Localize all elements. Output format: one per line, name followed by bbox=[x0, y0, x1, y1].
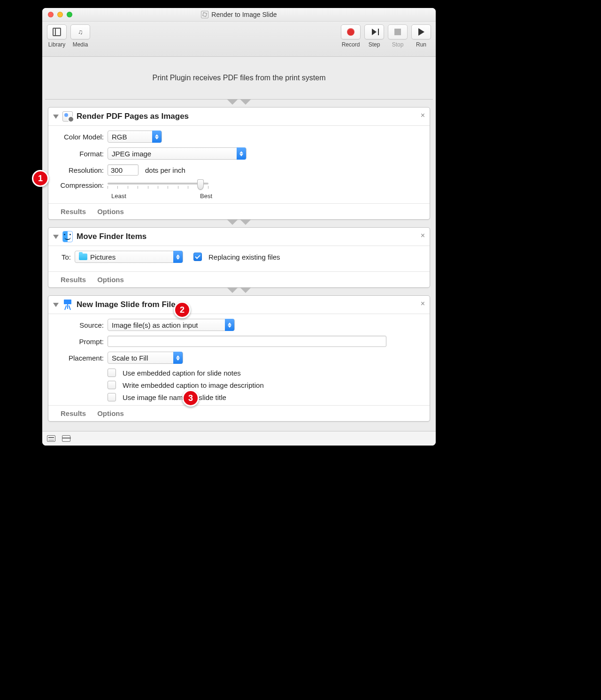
action-title: Move Finder Items bbox=[77, 232, 425, 241]
finder-app-icon bbox=[62, 231, 73, 242]
disclosure-triangle-icon[interactable] bbox=[53, 235, 59, 239]
media-button[interactable]: ♫ bbox=[70, 24, 90, 39]
slider-least-label: Least bbox=[111, 192, 126, 200]
variables-view-button[interactable] bbox=[62, 435, 70, 442]
compression-slider[interactable] bbox=[108, 179, 208, 193]
record-button-item: Record bbox=[341, 24, 361, 48]
color-model-select[interactable]: RGB bbox=[108, 131, 162, 143]
prompt-label: Prompt: bbox=[57, 338, 104, 346]
resolution-input[interactable]: 300 bbox=[108, 164, 139, 176]
stop-button-item: Stop bbox=[388, 24, 408, 48]
resolution-value: 300 bbox=[111, 166, 123, 174]
replace-existing-checkbox[interactable] bbox=[193, 253, 202, 261]
placement-row: Placement: Scale to Fill bbox=[57, 352, 421, 364]
destination-value: Pictures bbox=[90, 253, 116, 261]
resolution-row: Resolution: 300 dots per inch bbox=[57, 164, 421, 176]
results-tab[interactable]: Results bbox=[61, 409, 86, 417]
slider-best-label: Best bbox=[200, 192, 212, 200]
workflow-area: Print Plugin receives PDF files from the… bbox=[42, 57, 436, 422]
library-icon bbox=[53, 28, 61, 36]
use-filename-for-title-label: Use image file name for slide title bbox=[123, 393, 226, 401]
remove-action-button[interactable]: × bbox=[421, 231, 425, 240]
stop-button[interactable] bbox=[388, 24, 408, 39]
source-row: Source: Image file(s) as action input bbox=[57, 319, 421, 331]
options-tab[interactable]: Options bbox=[97, 409, 124, 417]
media-label: Media bbox=[73, 41, 88, 48]
action-footer: Results Options bbox=[48, 203, 430, 219]
log-view-button[interactable] bbox=[47, 435, 55, 442]
resolution-units: dots per inch bbox=[145, 166, 185, 174]
color-model-row: Color Model: RGB bbox=[57, 131, 421, 143]
compression-row: Compression: bbox=[57, 180, 421, 193]
color-model-label: Color Model: bbox=[57, 133, 104, 141]
to-label: To: bbox=[57, 253, 71, 261]
option-row: Write embedded caption to image descript… bbox=[108, 381, 421, 389]
step-button[interactable] bbox=[364, 24, 384, 39]
source-label: Source: bbox=[57, 321, 104, 329]
action-title: Render PDF Pages as Images bbox=[77, 112, 425, 121]
action-header[interactable]: Render PDF Pages as Images × bbox=[48, 108, 430, 126]
destination-select[interactable]: Pictures bbox=[75, 251, 183, 263]
placement-select[interactable]: Scale to Fill bbox=[108, 352, 183, 364]
run-button[interactable] bbox=[411, 24, 431, 39]
action-header[interactable]: New Image Slide from File × bbox=[48, 296, 430, 314]
remove-action-button[interactable]: × bbox=[421, 111, 425, 120]
close-window-button[interactable] bbox=[48, 12, 54, 17]
action-new-image-slide-from-file: New Image Slide from File × Source: Imag… bbox=[48, 295, 430, 422]
dropdown-caret-icon bbox=[152, 131, 162, 143]
format-value: JPEG image bbox=[112, 150, 151, 158]
dropdown-caret-icon bbox=[173, 352, 183, 364]
use-filename-for-title-checkbox[interactable] bbox=[108, 393, 116, 401]
run-label: Run bbox=[416, 41, 426, 48]
option-row: Use image file name for slide title bbox=[108, 393, 421, 401]
disclosure-triangle-icon[interactable] bbox=[53, 115, 59, 119]
action-render-pdf-pages-as-images: Render PDF Pages as Images × Color Model… bbox=[48, 107, 430, 220]
options-tab[interactable]: Options bbox=[97, 208, 124, 215]
results-tab[interactable]: Results bbox=[61, 276, 86, 284]
replace-existing-label: Replacing existing files bbox=[208, 253, 280, 261]
format-select[interactable]: JPEG image bbox=[108, 147, 247, 160]
run-icon bbox=[418, 28, 424, 36]
titlebar: Render to Image Slide bbox=[42, 8, 436, 22]
stop-label: Stop bbox=[392, 41, 404, 48]
action-body: To: Pictures Replacing existing files bbox=[48, 246, 430, 271]
annotation-badge-3: 3 bbox=[182, 390, 199, 407]
disclosure-triangle-icon[interactable] bbox=[53, 303, 59, 307]
status-bar bbox=[42, 431, 436, 446]
workflow-input-description: Print Plugin receives PDF files from the… bbox=[45, 57, 433, 100]
window-controls bbox=[42, 12, 72, 17]
action-footer: Results Options bbox=[48, 271, 430, 287]
document-icon bbox=[201, 11, 208, 18]
library-button[interactable] bbox=[47, 24, 67, 39]
action-header[interactable]: Move Finder Items × bbox=[48, 228, 430, 246]
format-label: Format: bbox=[57, 150, 104, 158]
option-row: Use embedded caption for slide notes bbox=[108, 369, 421, 377]
minimize-window-button[interactable] bbox=[57, 12, 63, 17]
step-icon bbox=[372, 29, 377, 35]
dropdown-caret-icon bbox=[237, 147, 246, 160]
placement-label: Placement: bbox=[57, 354, 104, 362]
options-tab[interactable]: Options bbox=[97, 276, 124, 284]
toolbar-left-group: Library ♫ Media bbox=[47, 24, 90, 48]
library-button-item: Library bbox=[47, 24, 67, 48]
action-title: New Image Slide from File bbox=[77, 300, 425, 309]
connector-icon bbox=[230, 220, 248, 227]
use-embedded-caption-notes-label: Use embedded caption for slide notes bbox=[123, 369, 241, 377]
preview-app-icon bbox=[62, 111, 73, 122]
zoom-window-button[interactable] bbox=[67, 12, 72, 17]
slider-thumb[interactable] bbox=[197, 179, 204, 190]
dropdown-caret-icon bbox=[173, 251, 183, 263]
step-button-item: Step bbox=[364, 24, 384, 48]
keynote-app-icon bbox=[62, 300, 73, 310]
results-tab[interactable]: Results bbox=[61, 208, 86, 215]
remove-action-button[interactable]: × bbox=[421, 300, 425, 308]
prompt-input[interactable] bbox=[108, 336, 386, 347]
action-move-finder-items: Move Finder Items × To: Pictures Replaci… bbox=[48, 227, 430, 288]
library-label: Library bbox=[48, 41, 66, 48]
write-caption-to-description-checkbox[interactable] bbox=[108, 381, 116, 389]
use-embedded-caption-notes-checkbox[interactable] bbox=[108, 369, 116, 377]
options-checkbox-list: Use embedded caption for slide notes Wri… bbox=[57, 369, 421, 401]
toolbar: Library ♫ Media Record bbox=[42, 22, 436, 57]
source-select[interactable]: Image file(s) as action input bbox=[108, 319, 235, 331]
record-button[interactable] bbox=[341, 24, 361, 39]
